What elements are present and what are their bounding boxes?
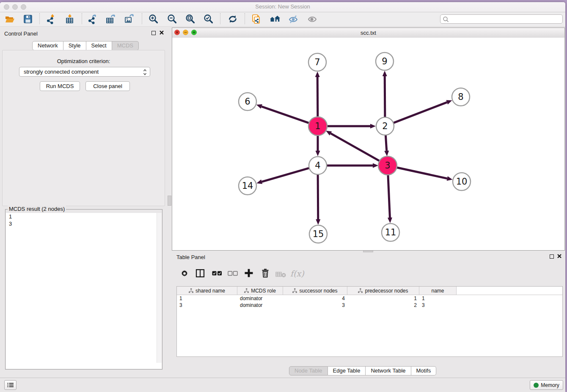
result-scrollbar[interactable] <box>157 213 162 363</box>
close-icon <box>557 254 562 259</box>
graph-node-9[interactable]: 9 <box>376 52 394 70</box>
graph-edge-1-6[interactable] <box>256 104 310 123</box>
graph-node-3[interactable]: 3 <box>378 156 397 175</box>
show-all-icon[interactable] <box>307 14 318 25</box>
control-panel-float-button[interactable] <box>151 30 157 36</box>
graph-edge-1-4[interactable] <box>316 134 320 156</box>
cell-name[interactable]: 1 <box>419 295 457 302</box>
zoom-fit-icon[interactable] <box>185 14 196 25</box>
delete-table-icon[interactable] <box>275 271 286 279</box>
graph-edge-1-7[interactable] <box>315 72 320 118</box>
main-toolbar <box>0 12 565 27</box>
graph-edge-2-8[interactable] <box>393 100 452 123</box>
tab-motifs[interactable]: Motifs <box>411 366 437 375</box>
cell-mcds-role[interactable]: dominator <box>237 295 283 302</box>
table-row[interactable]: 3dominator323 <box>177 302 562 309</box>
save-session-icon[interactable] <box>22 14 33 25</box>
first-neighbors-icon[interactable] <box>269 14 280 25</box>
tab-style[interactable]: Style <box>63 41 86 50</box>
show-task-history-button[interactable] <box>4 380 17 390</box>
graph-node-6[interactable]: 6 <box>239 93 256 110</box>
network-view-window: scc.txt 1234678910111415 <box>172 28 565 251</box>
cell-shared-name[interactable]: 3 <box>177 302 237 309</box>
graph-edge-4-15[interactable] <box>316 174 320 225</box>
graph-edge-3-10[interactable] <box>396 167 453 181</box>
export-table-icon[interactable] <box>105 14 116 25</box>
search-input[interactable] <box>451 15 561 24</box>
column-header-label: name <box>431 288 444 294</box>
graph-edge-4-14[interactable] <box>256 168 310 184</box>
close-panel-button[interactable]: Close panel <box>85 81 130 91</box>
deselect-all-checkbox-icon[interactable] <box>228 271 238 278</box>
table-header-row: shared nameMCDS rolesuccessor nodesprede… <box>177 287 562 295</box>
columns-icon[interactable] <box>195 269 205 279</box>
graph-edge-4-3[interactable] <box>326 163 378 168</box>
tab-node-table[interactable]: Node Table <box>289 366 328 375</box>
tab-edge-table[interactable]: Edge Table <box>328 366 366 375</box>
network-window-titlebar[interactable]: scc.txt <box>172 28 564 38</box>
graph-node-10[interactable]: 10 <box>453 173 471 190</box>
cell-successor-nodes[interactable]: 4 <box>283 295 347 302</box>
import-table-icon[interactable] <box>65 14 76 25</box>
select-all-checkbox-icon[interactable] <box>212 271 222 278</box>
graph-node-15[interactable]: 15 <box>309 225 327 243</box>
graph-node-7[interactable]: 7 <box>308 53 326 71</box>
network-canvas[interactable]: 1234678910111415 <box>172 38 564 250</box>
add-column-icon[interactable] <box>244 268 253 279</box>
export-network-icon[interactable] <box>87 14 98 25</box>
mcds-result-group: MCDS result (2 nodes) 13 <box>5 209 162 370</box>
column-header-name[interactable]: name <box>419 287 457 295</box>
graph-edge-3-11[interactable] <box>388 174 392 223</box>
float-icon <box>151 31 156 35</box>
delete-column-icon[interactable] <box>261 268 270 279</box>
graph-node-2[interactable]: 2 <box>376 117 394 135</box>
column-header-successor-nodes[interactable]: successor nodes <box>283 287 347 295</box>
table-panel-title: Table Panel <box>176 254 205 260</box>
node-table: shared nameMCDS rolesuccessor nodesprede… <box>176 286 563 357</box>
column-header-shared-name[interactable]: shared name <box>177 287 237 295</box>
function-builder-icon[interactable]: f(x) <box>290 269 304 278</box>
cell-predecessor-nodes[interactable]: 1 <box>347 295 419 302</box>
cell-predecessor-nodes[interactable]: 2 <box>347 302 419 309</box>
cell-name[interactable]: 3 <box>419 302 457 309</box>
graph-node-8[interactable]: 8 <box>452 88 470 106</box>
table-row[interactable]: 1dominator411 <box>177 295 562 302</box>
graph-edge-3-1[interactable] <box>326 131 380 162</box>
hide-selected-icon[interactable] <box>288 14 299 25</box>
criterion-select[interactable]: strongly connected component <box>19 67 150 77</box>
zoom-selected-icon[interactable] <box>203 14 214 25</box>
column-header-mcds-role[interactable]: MCDS role <box>237 287 283 295</box>
table-panel-close-button[interactable] <box>556 254 562 259</box>
cell-successor-nodes[interactable]: 3 <box>283 302 347 309</box>
graph-node-4[interactable]: 4 <box>309 157 327 174</box>
graph-node-1[interactable]: 1 <box>308 117 327 135</box>
search-box[interactable] <box>440 14 563 24</box>
column-header-predecessor-nodes[interactable]: predecessor nodes <box>347 287 419 295</box>
zoom-out-icon[interactable] <box>167 14 178 25</box>
table-panel-float-button[interactable] <box>549 254 555 259</box>
import-network-icon[interactable] <box>46 14 57 25</box>
mcds-result-textarea[interactable]: 13 <box>6 213 162 369</box>
graph-edge-2-3[interactable] <box>384 134 389 156</box>
cell-mcds-role[interactable]: dominator <box>237 302 283 309</box>
cell-shared-name[interactable]: 1 <box>177 295 237 302</box>
control-panel-close-button[interactable] <box>159 30 165 36</box>
graph-edge-1-2[interactable] <box>326 124 376 129</box>
vertical-splitter-handle[interactable] <box>168 196 171 206</box>
graph-edge-2-9[interactable] <box>383 71 387 118</box>
new-network-from-selection-icon[interactable] <box>251 14 262 25</box>
apply-layout-icon[interactable] <box>227 14 238 25</box>
graph-node-11[interactable]: 11 <box>382 224 399 241</box>
open-session-icon[interactable] <box>4 14 15 25</box>
zoom-in-icon[interactable] <box>148 14 159 25</box>
gear-icon[interactable] <box>180 269 189 279</box>
float-icon <box>550 254 554 259</box>
run-mcds-button[interactable]: Run MCDS <box>40 81 80 91</box>
tab-mcds[interactable]: MCDS <box>112 41 139 50</box>
memory-button[interactable]: Memory <box>530 380 563 390</box>
tab-network[interactable]: Network <box>32 41 63 50</box>
tab-network-table[interactable]: Network Table <box>366 366 411 375</box>
tab-select[interactable]: Select <box>86 41 112 50</box>
graph-node-14[interactable]: 14 <box>239 177 256 195</box>
export-image-icon[interactable] <box>124 14 135 25</box>
